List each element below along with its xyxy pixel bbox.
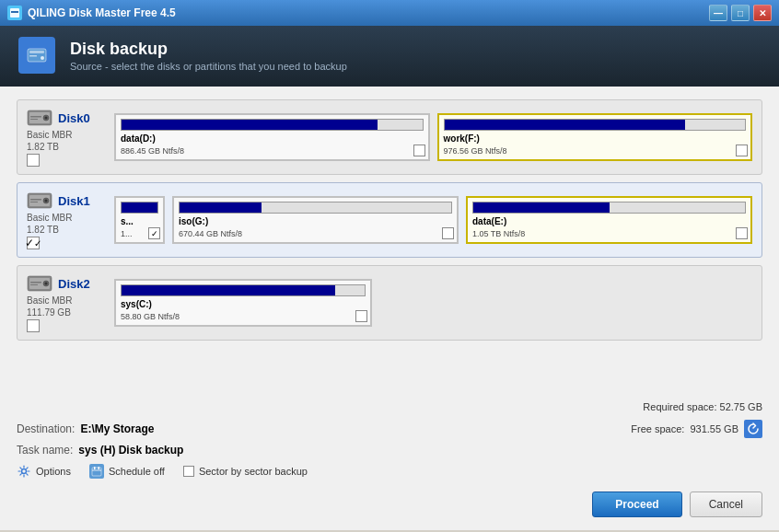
- sector-checkbox[interactable]: [183, 466, 194, 477]
- sector-label: Sector by sector backup: [199, 466, 308, 477]
- maximize-button[interactable]: □: [731, 5, 750, 21]
- hdd-icon-disk1: [27, 191, 52, 211]
- work-f-bar: [445, 120, 685, 130]
- disk0-type: Basic MBR: [27, 130, 72, 140]
- disk1-size: 1.82 TB: [27, 225, 59, 235]
- svg-rect-28: [98, 467, 99, 469]
- page-subtitle: Source - select the disks or partitions …: [70, 61, 347, 72]
- required-space-label: Required space:: [643, 401, 716, 412]
- disk2-label: Disk2: [27, 273, 90, 294]
- disk1-checkbox[interactable]: ✓: [27, 237, 40, 249]
- svg-rect-25: [92, 468, 101, 476]
- data-d-detail: 886.45 GB Ntfs/8: [121, 146, 424, 156]
- svg-rect-1: [11, 11, 18, 13]
- backup-icon: [18, 37, 55, 74]
- proceed-button[interactable]: Proceed: [592, 492, 681, 517]
- taskname-label: Task name:: [17, 444, 73, 457]
- disk-row-disk1: Disk1 Basic MBR 1.82 TB ✓ s... 1...: [17, 182, 762, 258]
- svg-rect-17: [30, 202, 38, 202]
- schedule-button[interactable]: Schedule off: [89, 464, 165, 479]
- titlebar: QILING Disk Master Free 4.5 — □ ✕: [0, 0, 779, 26]
- iso-g-detail: 670.44 GB Ntfs/8: [179, 229, 452, 238]
- disk-list: Disk0 Basic MBR 1.82 TB data(D:) 886.45 …: [17, 99, 762, 392]
- small-bar-wrap: [121, 202, 158, 214]
- page-header: Disk backup Source - select the disks or…: [0, 26, 779, 87]
- disk2-partitions: sys(C:) 58.80 GB Ntfs/8: [114, 279, 752, 327]
- iso-g-bar-wrap: [179, 202, 452, 214]
- main-content: Disk0 Basic MBR 1.82 TB data(D:) 886.45 …: [0, 87, 779, 530]
- disk0-info: Disk0 Basic MBR 1.82 TB: [27, 108, 105, 167]
- required-space: Required space: 52.75 GB: [17, 401, 762, 412]
- header-text: Disk backup Source - select the disks or…: [70, 40, 347, 72]
- window-title: QILING Disk Master Free 4.5: [28, 6, 709, 19]
- page-title: Disk backup: [70, 40, 347, 59]
- window-controls: — □ ✕: [709, 5, 772, 21]
- svg-point-24: [22, 469, 27, 474]
- options-label: Options: [36, 466, 71, 477]
- sys-c-detail: 58.80 GB Ntfs/8: [121, 312, 366, 321]
- sys-c-bar-wrap: [121, 284, 366, 296]
- refresh-button[interactable]: [744, 420, 762, 438]
- disk-row-disk2: Disk2 Basic MBR 111.79 GB sys(C:) 58.80 …: [17, 265, 762, 341]
- svg-point-15: [45, 200, 48, 202]
- partition-iso-g: iso(G:) 670.44 GB Ntfs/8: [172, 196, 459, 244]
- data-e-label: data(E:): [472, 216, 746, 226]
- svg-rect-16: [30, 199, 41, 201]
- svg-rect-27: [94, 467, 96, 469]
- sys-c-checkbox[interactable]: [355, 310, 367, 322]
- minimize-button[interactable]: —: [709, 5, 727, 21]
- data-e-detail: 1.05 TB Ntfs/8: [472, 229, 746, 238]
- work-f-checkbox[interactable]: [736, 145, 748, 156]
- data-d-label: data(D:): [121, 133, 424, 144]
- sys-c-label: sys(C:): [121, 299, 366, 309]
- partition-data-e: data(E:) 1.05 TB Ntfs/8: [466, 196, 752, 244]
- disk0-checkbox[interactable]: [27, 154, 40, 167]
- footer: Required space: 52.75 GB Destination: E:…: [17, 401, 762, 517]
- disk0-size: 1.82 TB: [27, 142, 59, 152]
- sector-option[interactable]: Sector by sector backup: [183, 466, 308, 477]
- disk1-partitions: s... 1... iso(G:) 670.44 GB Ntfs/8: [114, 196, 752, 244]
- required-space-value: 52.75 GB: [720, 401, 762, 412]
- data-d-checkbox[interactable]: [413, 145, 425, 156]
- button-row: Proceed Cancel: [17, 492, 762, 517]
- disk2-checkbox[interactable]: [27, 319, 40, 332]
- small-label: s...: [121, 216, 158, 226]
- taskname-row: Task name: sys (H) Disk backup: [17, 444, 762, 457]
- data-e-checkbox[interactable]: [736, 227, 748, 239]
- svg-rect-10: [30, 116, 41, 118]
- hdd-icon-disk2: [27, 273, 52, 294]
- cancel-button[interactable]: Cancel: [690, 492, 762, 517]
- destination-right: Free space: 931.55 GB: [631, 420, 762, 438]
- iso-g-bar: [180, 202, 262, 213]
- svg-rect-3: [29, 51, 44, 53]
- disk0-name: Disk0: [58, 111, 90, 125]
- svg-point-21: [45, 283, 48, 285]
- gear-icon: [17, 464, 31, 479]
- disk0-partitions: data(D:) 886.45 GB Ntfs/8 work(F:) 976.5…: [114, 113, 752, 161]
- data-e-bar: [473, 202, 610, 213]
- svg-rect-5: [29, 55, 37, 57]
- options-button[interactable]: Options: [17, 464, 71, 479]
- work-f-bar-wrap: [444, 119, 747, 131]
- disk2-size: 111.79 GB: [27, 307, 71, 318]
- sys-c-bar: [122, 285, 335, 295]
- partition-data-d: data(D:) 886.45 GB Ntfs/8: [114, 113, 430, 161]
- destination-left: Destination: E:\My Storage: [17, 422, 154, 435]
- hdd-icon-disk0: [27, 108, 52, 128]
- small-bar: [122, 202, 157, 213]
- free-space-label: Free space:: [631, 423, 684, 434]
- partition-sys-c: sys(C:) 58.80 GB Ntfs/8: [114, 279, 372, 327]
- destination-label: Destination:: [17, 422, 75, 435]
- app-icon: [7, 6, 22, 20]
- disk1-type: Basic MBR: [27, 213, 72, 223]
- disk2-name: Disk2: [58, 277, 90, 291]
- disk0-label: Disk0: [27, 108, 90, 128]
- small-checkbox[interactable]: [148, 227, 160, 239]
- svg-rect-26: [92, 469, 101, 471]
- disk2-type: Basic MBR: [27, 295, 72, 306]
- iso-g-checkbox[interactable]: [442, 227, 454, 239]
- close-button[interactable]: ✕: [753, 5, 772, 21]
- destination-row: Destination: E:\My Storage Free space: 9…: [17, 420, 762, 438]
- svg-rect-11: [30, 119, 38, 120]
- svg-point-9: [45, 117, 48, 120]
